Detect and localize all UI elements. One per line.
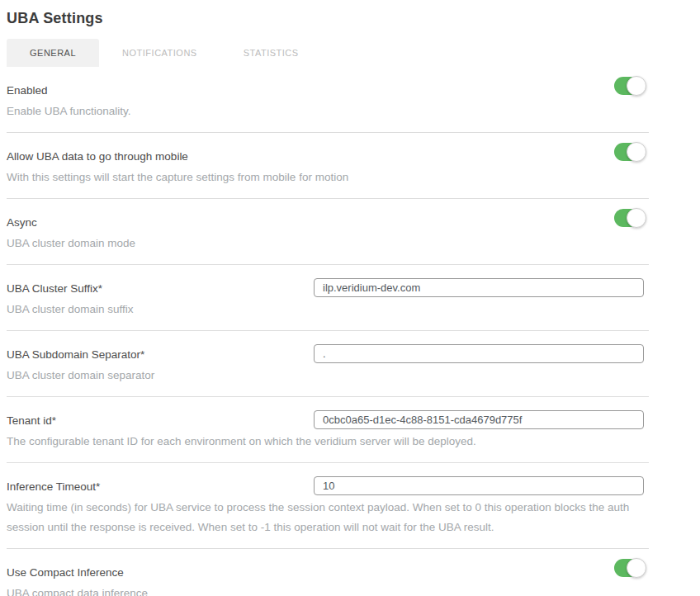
setting-row-use-compact-inference: Use Compact Inference UBA compact data i… (7, 549, 649, 596)
setting-description: UBA cluster domain suffix (7, 300, 644, 319)
tab-statistics[interactable]: STATISTICS (220, 39, 322, 67)
setting-label: Enabled (7, 83, 649, 99)
setting-row-async: Async UBA cluster domain mode (7, 199, 649, 265)
settings-tab-bar: GENERAL NOTIFICATIONS STATISTICS (7, 39, 649, 67)
allow-uba-data-mobile-toggle[interactable] (614, 143, 645, 161)
use-compact-inference-toggle[interactable] (614, 559, 645, 577)
toggle-knob (627, 558, 646, 578)
inference-timeout-input[interactable] (314, 476, 644, 495)
setting-label: Allow UBA data to go through mobile (7, 149, 649, 165)
setting-description: The configurable tenant ID for each envi… (7, 432, 644, 452)
setting-description: UBA compact data inference (7, 584, 644, 596)
toggle-knob (627, 76, 646, 96)
settings-list: Enabled Enable UBA functionality. Allow … (7, 67, 649, 596)
page-title: UBA Settings (7, 0, 649, 27)
setting-description: UBA cluster domain mode (7, 234, 644, 253)
uba-settings-page: UBA Settings GENERAL NOTIFICATIONS STATI… (0, 0, 649, 596)
tab-notifications[interactable]: NOTIFICATIONS (99, 39, 220, 67)
input-wrap (314, 476, 644, 495)
input-wrap (314, 410, 644, 429)
toggle-knob (627, 142, 646, 162)
setting-row-enabled: Enabled Enable UBA functionality. (7, 67, 649, 133)
setting-row-tenant-id: Tenant id* The configurable tenant ID fo… (7, 397, 649, 463)
setting-description: UBA cluster domain separator (7, 366, 644, 386)
async-toggle[interactable] (614, 209, 645, 227)
uba-cluster-suffix-input[interactable] (314, 278, 644, 297)
setting-label: Use Compact Inference (7, 565, 649, 581)
input-wrap (314, 344, 644, 363)
enabled-toggle[interactable] (614, 77, 645, 95)
setting-row-allow-uba-data-mobile: Allow UBA data to go through mobile With… (7, 133, 649, 199)
uba-subdomain-separator-input[interactable] (314, 344, 644, 363)
input-wrap (314, 278, 644, 297)
tab-general[interactable]: GENERAL (7, 39, 99, 67)
setting-description: Waiting time (in seconds) for UBA servic… (7, 498, 644, 537)
setting-label: Async (7, 215, 649, 231)
setting-row-uba-cluster-suffix: UBA Cluster Suffix* UBA cluster domain s… (7, 265, 649, 331)
toggle-knob (627, 208, 646, 228)
setting-row-inference-timeout: Inference Timeout* Waiting time (in seco… (7, 463, 649, 549)
setting-description: With this settings will start the captur… (7, 168, 644, 187)
setting-description: Enable UBA functionality. (7, 102, 644, 121)
tenant-id-input[interactable] (314, 410, 644, 429)
setting-row-uba-subdomain-separator: UBA Subdomain Separator* UBA cluster dom… (7, 331, 649, 397)
